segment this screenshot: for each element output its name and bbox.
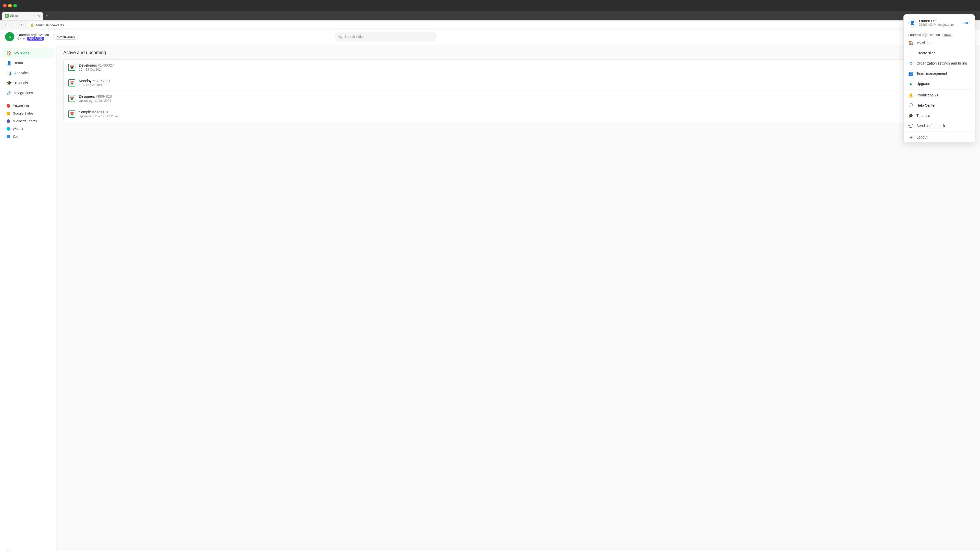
dropdown-user-details: Lauren Deli 31860d42@moodjoy.com: [919, 19, 954, 27]
browser-chrome: [0, 0, 980, 11]
sidebar-label-my-slidos: My slidos: [14, 51, 29, 55]
google-slides-label: Google Slides: [13, 111, 33, 115]
sidebar-item-my-slidos[interactable]: 🏠 My slidos: [2, 48, 54, 58]
dropdown-label-logout: Logout: [916, 135, 928, 139]
event-item[interactable]: 📅 Sample #2329970 Upcoming: 11 – 12 Oct …: [64, 106, 973, 122]
webex-label: Webex: [13, 127, 23, 130]
dropdown-item-tutorials[interactable]: 🎓 Tutorials: [904, 110, 975, 121]
sidebar-divider: [4, 100, 52, 100]
event-date: Upcoming: 11 Oct 2024: [79, 99, 112, 103]
org-role: Owner: [18, 37, 25, 40]
event-name: Designers #8664816: [79, 94, 112, 98]
dropdown-org-section: Lauren's organization Basic: [904, 30, 975, 38]
back-button[interactable]: ←: [3, 22, 9, 28]
sidebar-item-powerpoint[interactable]: PowerPoint: [2, 102, 54, 110]
tab-favicon: S: [5, 14, 9, 17]
sidebar-item-zoom[interactable]: Zoom: [2, 133, 54, 140]
event-item[interactable]: 📅 Developers #1480327 10 – 13 Oct 2024: [64, 60, 973, 75]
powerpoint-label: PowerPoint: [13, 104, 30, 108]
dropdown-label-org-settings: Organization settings and billing: [916, 61, 967, 65]
new-interface-badge[interactable]: New interface: [53, 34, 78, 40]
upgrade-icon: ▲: [908, 81, 913, 86]
event-item[interactable]: 📅 Moodoy #37867021 10 – 13 Oct 2024: [64, 75, 973, 91]
dropdown-label-team-management: Team management: [916, 71, 947, 76]
sidebar-item-team[interactable]: 👤 Team: [2, 58, 54, 68]
tutorials-icon: 🎓: [6, 80, 12, 86]
tab-title: Slidos: [10, 14, 19, 17]
dropdown-item-team-management[interactable]: 👥 Team management: [904, 68, 975, 79]
sidebar-label-analytics: Analytics: [14, 71, 29, 75]
microsoft-teams-label: Microsoft Teams: [13, 119, 37, 123]
calendar-icon: 📅: [68, 110, 75, 118]
team-management-icon: 👥: [908, 71, 913, 76]
webex-dot: [6, 127, 10, 130]
integrations-icon: 🔗: [6, 90, 12, 95]
search-bar[interactable]: 🔍 Search slidos: [334, 32, 437, 41]
dropdown-divider-2: [904, 131, 975, 132]
reload-button[interactable]: ↻: [19, 22, 25, 28]
dropdown-item-create-slido[interactable]: + Create slido: [904, 48, 975, 58]
event-item[interactable]: 📅 Designers #8664816 Upcoming: 11 Oct 20…: [64, 91, 973, 106]
zoom-dot: [6, 135, 10, 138]
dropdown-item-product-news[interactable]: 🔔 Product news: [904, 90, 975, 100]
event-info: Sample #2329970 Upcoming: 11 – 12 Oct 20…: [79, 110, 118, 118]
dropdown-label-tutorials: Tutorials: [916, 114, 930, 118]
dropdown-item-my-slidos[interactable]: 🏠 My slidos: [904, 38, 975, 48]
sidebar-item-webex[interactable]: Webex: [2, 125, 54, 132]
google-slides-dot: [6, 112, 10, 115]
dropdown-item-help-center[interactable]: ⓘ Help Center: [904, 100, 975, 110]
help-button[interactable]: ?: [5, 550, 13, 551]
feedback-icon: 💬: [908, 123, 913, 128]
dropdown-org-plan: Basic: [942, 33, 953, 37]
dropdown-header: 👤 Lauren Deli 31860d42@moodjoy.com EDIT: [904, 14, 975, 30]
dropdown-label-upgrade: Upgrade: [916, 82, 930, 86]
home-icon: 🏠: [908, 40, 913, 45]
sidebar-nav: 🏠 My slidos 👤 Team 📊 Analytics 🎓 Tutoria…: [0, 48, 56, 547]
sidebar-label-integrations: Integrations: [14, 91, 33, 95]
event-info: Designers #8664816 Upcoming: 11 Oct 2024: [79, 94, 112, 103]
maximize-window-button[interactable]: [13, 4, 17, 7]
browser-tab[interactable]: S Slidos ×: [2, 12, 43, 20]
window-controls: [3, 4, 17, 7]
dropdown-avatar-icon: 👤: [908, 19, 916, 27]
dropdown-item-upgrade[interactable]: ▲ Upgrade: [904, 79, 975, 89]
address-input[interactable]: 🔒 admin.sli.do/events: [27, 22, 932, 28]
bell-icon: 🔔: [908, 93, 913, 98]
user-dropdown-menu: 👤 Lauren Deli 31860d42@moodjoy.com EDIT …: [904, 14, 975, 143]
tab-close-button[interactable]: ×: [38, 14, 40, 18]
plus-icon: +: [908, 51, 913, 56]
minimize-window-button[interactable]: [8, 4, 12, 7]
sidebar-item-analytics[interactable]: 📊 Analytics: [2, 68, 54, 78]
dropdown-item-feedback[interactable]: 💬 Send us feedback: [904, 121, 975, 131]
calendar-icon: 📅: [68, 79, 75, 86]
lock-icon: 🔒: [30, 23, 34, 27]
tab-bar: S Slidos × +: [0, 11, 980, 21]
new-tab-button[interactable]: +: [44, 13, 50, 19]
dropdown-item-logout[interactable]: ➔ Logout: [904, 132, 975, 142]
sidebar-item-google-slides[interactable]: Google Slides: [2, 110, 54, 117]
forward-button[interactable]: →: [11, 22, 18, 28]
svg-text:s: s: [9, 35, 11, 39]
upgrade-badge[interactable]: UPGRADE: [27, 37, 44, 41]
sidebar-item-tutorials[interactable]: 🎓 Tutorials: [2, 78, 54, 88]
dropdown-label-feedback: Send us feedback: [916, 124, 945, 128]
dropdown-user-info: 👤 Lauren Deli 31860d42@moodjoy.com: [908, 19, 954, 27]
dropdown-item-org-settings[interactable]: ⚙ Organization settings and billing: [904, 58, 975, 68]
event-name: Developers #1480327: [79, 63, 114, 67]
team-icon: 👤: [6, 60, 12, 65]
close-window-button[interactable]: [3, 4, 6, 7]
dropdown-org-name: Lauren's organization: [908, 33, 940, 37]
events-list: 📅 Developers #1480327 10 – 13 Oct 2024 📅…: [63, 59, 973, 122]
dropdown-edit-button[interactable]: EDIT: [963, 21, 970, 25]
event-date: 10 – 13 Oct 2024: [79, 68, 114, 71]
url-text: admin.sli.do/events: [35, 23, 928, 27]
dropdown-label-product-news: Product news: [916, 93, 938, 97]
calendar-icon: 📅: [68, 95, 75, 102]
sidebar-item-integrations[interactable]: 🔗 Integrations: [2, 88, 54, 98]
dropdown-user-name: Lauren Deli: [919, 19, 954, 23]
org-settings-icon: ⚙: [908, 61, 913, 66]
home-icon: 🏠: [6, 51, 12, 56]
sidebar-label-team: Team: [14, 61, 23, 65]
section-title: Active and upcoming: [63, 50, 973, 56]
sidebar-item-microsoft-teams[interactable]: Microsoft Teams: [2, 118, 54, 125]
